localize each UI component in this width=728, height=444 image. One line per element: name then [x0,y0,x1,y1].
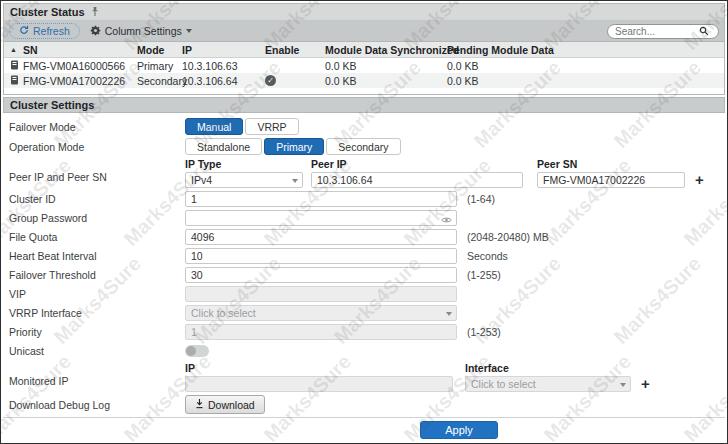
header-pending-module-data[interactable]: Pending Module Data [447,44,724,56]
add-monitored-ip-button[interactable]: + [639,377,652,391]
download-icon [195,398,204,411]
chevron-down-icon [292,179,298,183]
refresh-button[interactable]: Refresh [9,23,80,39]
heart-beat-interval-row: Heart Beat Interval Seconds [9,248,725,264]
download-button[interactable]: Download [185,395,265,414]
monitored-ip-label: Monitored IP [9,362,185,387]
form-footer: Apply [3,417,725,441]
monitored-ip-interface-label: Interface [465,362,631,374]
operation-mode-label: Operation Mode [9,141,185,153]
cluster-settings-header: Cluster Settings [3,97,725,113]
operation-mode-secondary-button[interactable]: Secondary [326,138,400,155]
file-quota-label: File Quota [9,231,185,243]
peer-sn-input[interactable] [537,172,685,188]
priority-row: Priority 1 (1-253) [9,324,725,340]
search-box [607,24,719,39]
download-button-label: Download [208,399,255,411]
header-mode[interactable]: Mode [137,44,182,56]
peer-ip-input[interactable] [311,172,523,188]
row-enable: ✓ [265,75,325,86]
vrrp-interface-row: VRRP Interface Click to select [9,305,725,321]
failover-threshold-hint: (1-255) [467,269,501,281]
row-pending-module-data: 0.0 KB [447,75,724,87]
cluster-settings-form: Failover Mode Manual VRRP Operation Mode… [3,113,725,414]
priority-label: Priority [9,326,185,338]
apply-button[interactable]: Apply [420,421,498,439]
unicast-toggle[interactable] [185,345,209,357]
search-icon[interactable] [699,22,709,40]
column-settings-button[interactable]: Column Settings [90,25,192,38]
add-peer-button[interactable]: + [693,173,706,187]
row-sn: FMG-VM0A16000566 [23,60,125,72]
heart-beat-interval-label: Heart Beat Interval [9,250,185,262]
file-quota-hint: (2048-20480) MB [467,231,549,243]
chevron-down-icon [186,29,192,33]
peer-ip-label: Peer IP [311,158,537,170]
row-ip: 10.3.106.63 [182,60,265,72]
unicast-label: Unicast [9,345,185,357]
table-row[interactable]: FMG-VM0A17002226 Secondary 10.3.106.64 ✓… [4,73,724,88]
vrrp-interface-select: Click to select [185,305,457,321]
failover-mode-label: Failover Mode [9,121,185,133]
chevron-down-icon [620,383,626,387]
cluster-id-row: Cluster ID (1-64) [9,191,725,207]
priority-hint: (1-253) [467,326,501,338]
row-pending-module-data: 0.0 KB [447,60,724,72]
pin-icon[interactable] [90,3,100,21]
monitored-ip-ip-label: IP [185,362,465,374]
monitored-interface-select: Click to select [465,376,631,392]
column-settings-label: Column Settings [105,25,182,37]
row-sn: FMG-VM0A17002226 [23,75,125,87]
fortimanager-ha-page: Marks4SureMarks4SureMarks4SureMarks4Sure… [0,0,728,444]
operation-mode-primary-button[interactable]: Primary [264,138,324,155]
table-row[interactable]: FMG-VM0A16000566 Primary 10.3.106.63 0.0… [4,58,724,73]
file-quota-row: File Quota (2048-20480) MB [9,229,725,245]
cluster-status-panel: Cluster Status Refresh Column Settings ▲… [3,3,725,95]
cluster-status-toolbar: Refresh Column Settings [4,21,724,42]
check-circle-icon: ✓ [265,75,276,86]
cluster-id-hint: (1-64) [467,193,495,205]
failover-threshold-row: Failover Threshold (1-255) [9,267,725,283]
ip-type-label: IP Type [185,158,311,170]
group-password-label: Group Password [9,212,185,224]
header-ip[interactable]: IP [182,44,265,56]
peer-sn-label: Peer SN [537,158,685,170]
heart-beat-interval-input[interactable] [185,248,457,264]
gear-icon [90,25,101,38]
operation-mode-standalone-button[interactable]: Standalone [185,138,262,155]
search-input[interactable] [613,25,699,38]
monitored-ip-row: Monitored IP IP Interface Click to selec… [9,362,725,392]
priority-input: 1 [185,324,457,340]
cluster-id-label: Cluster ID [9,193,185,205]
group-password-input[interactable] [185,210,457,226]
cluster-status-title-bar: Cluster Status [4,4,724,21]
failover-mode-manual-button[interactable]: Manual [185,118,243,135]
vip-row: VIP [9,286,725,302]
sort-ascending-icon: ▲ [10,46,17,53]
vip-input [185,286,457,302]
operation-mode-row: Operation Mode Standalone Primary Second… [9,138,725,155]
failover-mode-row: Failover Mode Manual VRRP [9,118,725,135]
ip-type-select[interactable]: IPv4 [185,172,303,188]
failover-mode-vrrp-button[interactable]: VRRP [245,118,298,135]
cluster-id-input[interactable] [185,191,457,207]
refresh-label: Refresh [33,25,70,37]
failover-threshold-input[interactable] [185,267,457,283]
refresh-icon [19,25,29,37]
header-sn[interactable]: ▲SN [4,44,137,56]
file-quota-input[interactable] [185,229,457,245]
row-module-data-synchronized: 0.0 KB [325,75,447,87]
eye-icon[interactable] [441,214,452,226]
vip-label: VIP [9,288,185,300]
row-module-data-synchronized: 0.0 KB [325,60,447,72]
download-debug-log-row: Download Debug Log Download [9,395,725,414]
row-mode: Secondary [137,75,182,87]
row-ip: 10.3.106.64 [182,75,265,87]
unicast-row: Unicast [9,343,725,359]
monitored-ip-input [185,376,453,392]
header-module-data-synchronized[interactable]: Module Data Synchronized [325,44,447,56]
row-mode: Primary [137,60,182,72]
header-enable[interactable]: Enable [265,44,325,56]
failover-threshold-label: Failover Threshold [9,269,185,281]
group-password-row: Group Password [9,210,725,226]
